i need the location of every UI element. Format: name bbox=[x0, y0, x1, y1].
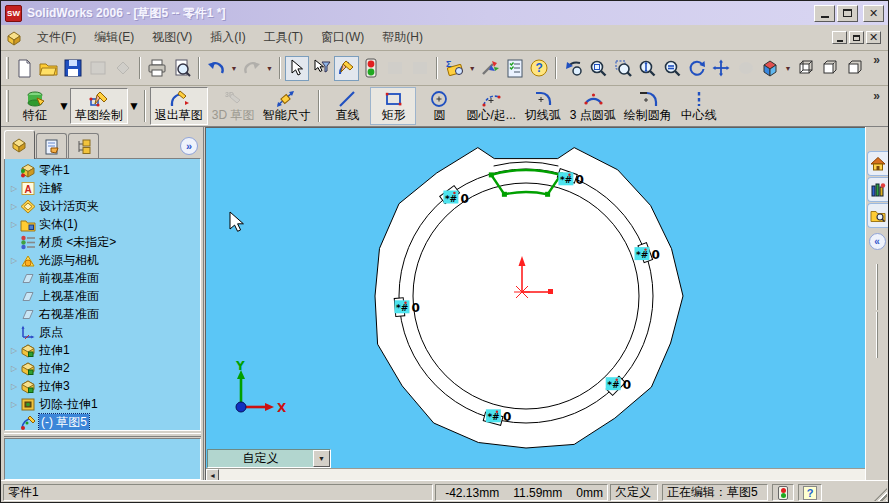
maximize-button[interactable] bbox=[837, 5, 858, 22]
tree-item-sketch5[interactable]: (-) 草图5 bbox=[5, 413, 200, 431]
combo-dropdown-button[interactable]: ▼ bbox=[313, 450, 330, 467]
tab-property-manager[interactable] bbox=[36, 133, 67, 159]
previous-view-button[interactable] bbox=[561, 56, 586, 81]
display-style-button[interactable] bbox=[758, 56, 783, 81]
mdi-restore-button[interactable] bbox=[849, 31, 864, 44]
shaded-button[interactable] bbox=[734, 56, 759, 81]
menu-file[interactable]: 文件(F) bbox=[28, 26, 85, 49]
menu-window[interactable]: 窗口(W) bbox=[312, 26, 373, 49]
sketch-button[interactable]: 草图绘制 bbox=[70, 88, 128, 124]
zoom-to-fit-button[interactable] bbox=[586, 56, 611, 81]
title-bar[interactable]: SW SolidWorks 2006 - [草图5 -- 零件1 *] ✕ bbox=[1, 1, 888, 25]
undo-button[interactable] bbox=[204, 56, 229, 81]
task-pane-collapse-button[interactable]: « bbox=[869, 233, 886, 250]
toolbar-grip[interactable] bbox=[6, 90, 9, 122]
edit-appearance-button[interactable] bbox=[478, 56, 503, 81]
print-button[interactable] bbox=[145, 56, 170, 81]
mdi-minimize-button[interactable] bbox=[832, 31, 847, 44]
close-button[interactable]: ✕ bbox=[863, 5, 884, 22]
tree-item-extrude2[interactable]: ▷ 拉伸2 bbox=[5, 359, 200, 377]
mdi-close-button[interactable]: ✕ bbox=[866, 31, 881, 44]
exit-sketch-button[interactable]: 退出草图 bbox=[150, 87, 208, 125]
tree-root-part[interactable]: 零件1 bbox=[5, 161, 200, 179]
tab-configuration-manager[interactable] bbox=[68, 133, 99, 159]
expand-arrow-icon[interactable]: ▷ bbox=[8, 346, 20, 355]
menu-view[interactable]: 视图(V) bbox=[143, 26, 201, 49]
task-pane-grip[interactable] bbox=[876, 312, 878, 358]
redo-dropdown[interactable]: ▼ bbox=[264, 56, 275, 81]
rectangle-button[interactable]: 矩形 bbox=[370, 87, 416, 125]
save-button[interactable] bbox=[61, 56, 86, 81]
features-button[interactable]: 特征 bbox=[12, 89, 58, 123]
disabled-tool-button[interactable] bbox=[383, 56, 408, 81]
panel-expand-chevron[interactable]: » bbox=[180, 137, 198, 155]
zoom-to-area-button[interactable] bbox=[611, 56, 636, 81]
centerline-button[interactable]: 中心线 bbox=[676, 87, 722, 125]
graphics-area[interactable]: *#0*#0*#0*#0*#0*#0YX 自定义 ▼ ◄ bbox=[205, 127, 867, 482]
status-rebuild-cell[interactable] bbox=[772, 484, 794, 501]
solidworks-resources-tab[interactable] bbox=[867, 151, 888, 176]
display-style-dropdown[interactable]: ▼ bbox=[783, 56, 794, 81]
sketch-dropdown[interactable]: ▼ bbox=[128, 99, 140, 113]
zoom-to-selection-button[interactable] bbox=[660, 56, 685, 81]
wireframe-button[interactable] bbox=[843, 56, 868, 81]
status-help-cell[interactable]: ? bbox=[798, 484, 822, 501]
tree-item-cut-extrude1[interactable]: ▷ 切除-拉伸1 bbox=[5, 395, 200, 413]
toolbar-overflow-button[interactable]: » bbox=[867, 51, 886, 69]
tree-item-right-plane[interactable]: 右视基准面 bbox=[5, 305, 200, 323]
selection-filter-button[interactable] bbox=[309, 56, 334, 81]
design-library-tab[interactable] bbox=[867, 177, 888, 202]
task-pane-grip[interactable] bbox=[876, 264, 878, 310]
tangent-arc-button[interactable]: 切线弧 bbox=[520, 87, 566, 125]
tree-item-solid-bodies[interactable]: ▷ 实体(1) bbox=[5, 215, 200, 233]
centerpoint-arc-button[interactable]: 圆心/起... bbox=[462, 87, 519, 125]
hidden-lines-visible-button[interactable] bbox=[793, 56, 818, 81]
select-button[interactable] bbox=[285, 56, 310, 81]
undo-dropdown[interactable]: ▼ bbox=[229, 56, 240, 81]
expand-arrow-icon[interactable]: ▷ bbox=[8, 400, 20, 409]
options-button[interactable] bbox=[502, 56, 527, 81]
expand-arrow-icon[interactable]: ▷ bbox=[8, 220, 20, 229]
hidden-lines-removed-button[interactable] bbox=[818, 56, 843, 81]
panel-splitter[interactable] bbox=[4, 433, 201, 437]
tree-item-extrude3[interactable]: ▷ 拉伸3 bbox=[5, 377, 200, 395]
features-dropdown[interactable]: ▼ bbox=[58, 99, 70, 113]
sketch-fillet-button[interactable]: 绘制圆角 bbox=[620, 87, 676, 125]
three-point-arc-button[interactable]: 3 点圆弧 bbox=[566, 87, 620, 125]
pan-button[interactable] bbox=[709, 56, 734, 81]
circle-button[interactable]: 圆 bbox=[416, 87, 462, 125]
rotate-view-button[interactable] bbox=[684, 56, 709, 81]
part-drawing[interactable]: *#0*#0*#0*#0*#0*#0YX bbox=[206, 128, 866, 468]
help-button[interactable]: ? bbox=[527, 56, 552, 81]
new-button[interactable] bbox=[12, 56, 37, 81]
rebuild-button[interactable] bbox=[359, 56, 384, 81]
tree-item-design-binder[interactable]: ▷ 设计活页夹 bbox=[5, 197, 200, 215]
sketch-toolbar-overflow[interactable]: » bbox=[867, 87, 886, 105]
resize-grip[interactable] bbox=[874, 488, 887, 501]
tree-item-origin[interactable]: 原点 bbox=[5, 323, 200, 341]
tree-item-annotations[interactable]: ▷ A 注解 bbox=[5, 179, 200, 197]
menu-insert[interactable]: 插入(I) bbox=[201, 26, 254, 49]
toolbar-grip[interactable] bbox=[6, 57, 9, 79]
smart-dimension-button[interactable]: 智能尺寸 bbox=[258, 87, 314, 125]
measure-dropdown[interactable]: ▼ bbox=[467, 56, 478, 81]
expand-arrow-icon[interactable]: ▷ bbox=[8, 382, 20, 391]
minimize-button[interactable] bbox=[814, 5, 835, 22]
file-explorer-tab[interactable] bbox=[867, 203, 888, 228]
disabled-tool-button[interactable] bbox=[408, 56, 433, 81]
measure-button[interactable]: Σ bbox=[442, 56, 467, 81]
print-preview-button[interactable] bbox=[169, 56, 194, 81]
menu-tools[interactable]: 工具(T) bbox=[255, 26, 312, 49]
expand-arrow-icon[interactable]: ▷ bbox=[8, 256, 20, 265]
expand-arrow-icon[interactable]: ▷ bbox=[8, 202, 20, 211]
make-assembly-button[interactable] bbox=[110, 56, 135, 81]
tree-item-front-plane[interactable]: 前视基准面 bbox=[5, 269, 200, 287]
menu-edit[interactable]: 编辑(E) bbox=[85, 26, 143, 49]
view-orientation-combo[interactable]: 自定义 ▼ bbox=[207, 449, 331, 468]
tab-feature-manager[interactable] bbox=[4, 130, 35, 159]
tree-item-material[interactable]: 材质 <未指定> bbox=[5, 233, 200, 251]
expand-arrow-icon[interactable]: ▷ bbox=[8, 184, 20, 193]
tree-item-lights-cameras[interactable]: ▷ 光源与相机 bbox=[5, 251, 200, 269]
sketch-toggle-button[interactable] bbox=[334, 56, 359, 81]
3d-sketch-button[interactable]: 3D 3D 草图 bbox=[208, 87, 259, 125]
